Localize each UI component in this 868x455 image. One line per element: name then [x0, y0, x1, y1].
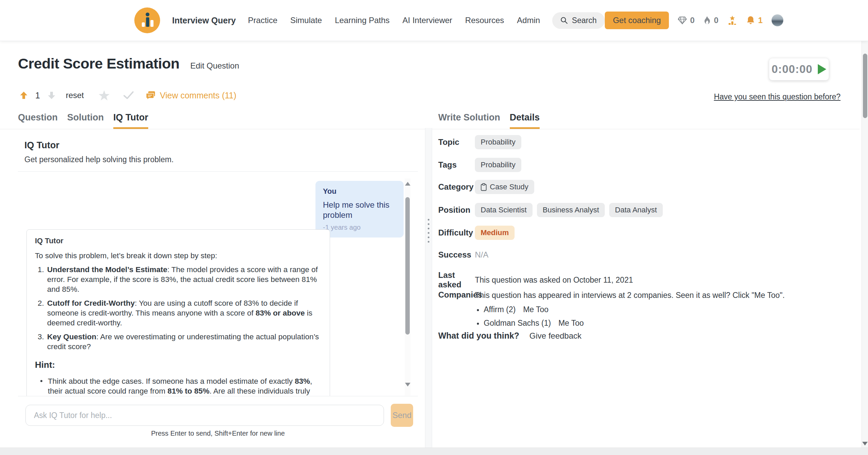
seen-before-link[interactable]: Have you seen this question before?: [714, 92, 841, 101]
top-navbar: Interview Query PracticeSimulateLearning…: [0, 0, 868, 41]
vote-count: 1: [35, 91, 40, 100]
detail-row-companies: Companies This question has appeared in …: [438, 290, 862, 328]
send-button[interactable]: Send: [391, 404, 413, 427]
tutor-message-card: IQ Tutor To solve this problem, let’s br…: [26, 229, 330, 396]
leaderboard-item[interactable]: [727, 15, 737, 25]
position-label: Position: [438, 205, 475, 215]
success-value: N/A: [475, 250, 488, 260]
position-chip-business-analyst[interactable]: Business Analyst: [537, 203, 605, 217]
feedback-label: What did you think?: [438, 331, 519, 341]
horizontal-scrollbar-track: [0, 448, 868, 455]
search-label: Search: [572, 16, 597, 25]
tab-solution[interactable]: Solution: [67, 112, 104, 129]
me-too-button[interactable]: Me Too: [558, 319, 584, 328]
left-tab-bar: QuestionSolutionIQ Tutor: [18, 112, 148, 129]
view-comments-label: View comments (11): [160, 91, 236, 100]
tab-iq-tutor[interactable]: IQ Tutor: [113, 112, 148, 129]
nav-link-learning-paths[interactable]: Learning Paths: [335, 16, 389, 25]
topic-chip-probability[interactable]: Probability: [475, 135, 521, 149]
company-item-goldman-sachs-1: Goldman Sachs (1)Me Too: [475, 319, 862, 328]
play-timer-button[interactable]: [818, 64, 826, 74]
detail-row-feedback: What did you think? Give feedback: [438, 331, 581, 341]
nav-link-practice[interactable]: Practice: [248, 16, 277, 25]
category-label: Category: [438, 182, 475, 192]
downvote-button[interactable]: [47, 91, 56, 100]
category-chip-label: Case Study: [490, 183, 528, 191]
upvote-button[interactable]: [19, 91, 28, 100]
reset-button[interactable]: reset: [66, 91, 84, 100]
position-chip-data-analyst[interactable]: Data Analyst: [609, 203, 663, 217]
iq-tutor-subheading: Get personalized help solving this probl…: [24, 155, 174, 164]
page-scrollbar-thumb[interactable]: [863, 54, 867, 118]
nav-link-admin[interactable]: Admin: [517, 16, 540, 25]
position-chip-data-scientist[interactable]: Data Scientist: [475, 203, 533, 217]
user-message-text: Help me solve this problem: [323, 200, 396, 220]
detail-row-last-asked: Last asked This question was asked on Oc…: [438, 270, 633, 289]
leaderboard-star-icon: [727, 15, 737, 25]
input-hint-text: Press Enter to send, Shift+Enter for new…: [18, 430, 418, 437]
comments-icon: [146, 91, 156, 100]
panel-resize-handle[interactable]: [425, 128, 432, 455]
give-feedback-link[interactable]: Give feedback: [529, 331, 581, 341]
logo-glyph-icon: [134, 7, 160, 33]
hint-heading: Hint:: [35, 360, 321, 370]
ask-tutor-input[interactable]: [25, 405, 384, 426]
company-name: Goldman Sachs (1): [484, 319, 551, 328]
timer-value: 0:00:00: [772, 63, 813, 76]
user-message-timestamp: -1 years ago: [323, 224, 396, 231]
difficulty-chip[interactable]: Medium: [475, 226, 515, 240]
companies-label: Companies: [438, 290, 475, 300]
bookmark-star-button[interactable]: [98, 90, 110, 101]
diamond-count: 0: [690, 16, 694, 25]
difficulty-label: Difficulty: [438, 228, 475, 238]
detail-row-success: Success N/A: [438, 250, 488, 260]
right-tab-divider: [432, 129, 860, 129]
iq-tutor-heading: IQ Tutor: [24, 140, 59, 151]
brand-name[interactable]: Interview Query: [172, 16, 236, 25]
timer-card: 0:00:00: [769, 58, 829, 80]
diamond-icon: [678, 16, 687, 24]
nav-link-ai-interviewer[interactable]: AI Interviewer: [403, 16, 452, 25]
tutor-steps-list: Understand the Model’s Estimate: The mod…: [35, 265, 321, 352]
topic-label: Topic: [438, 137, 475, 147]
tutor-message-sender: IQ Tutor: [35, 236, 321, 245]
edit-question-link[interactable]: Edit Question: [190, 61, 239, 71]
tab-details[interactable]: Details: [510, 112, 540, 129]
companies-intro: This question has appeared in interviews…: [475, 290, 862, 300]
nav-link-resources[interactable]: Resources: [465, 16, 504, 25]
tab-question[interactable]: Question: [18, 112, 58, 129]
left-tab-divider: [0, 129, 425, 129]
mark-complete-check-button[interactable]: [123, 91, 134, 100]
companies-list: Affirm (2)Me TooGoldman Sachs (1)Me Too: [475, 305, 862, 328]
streak-counter[interactable]: 0: [703, 16, 718, 25]
tutor-hints-list: Think about the edge cases. If someone h…: [35, 376, 321, 396]
user-avatar[interactable]: [771, 14, 784, 26]
view-comments-link[interactable]: View comments (11): [146, 91, 236, 100]
tutor-step: Cutoff for Credit-Worthy: You are using …: [46, 298, 321, 328]
nav-link-simulate[interactable]: Simulate: [290, 16, 322, 25]
last-asked-value: This question was asked on October 11, 2…: [475, 276, 633, 285]
diamond-counter[interactable]: 0: [678, 16, 694, 25]
tutor-hint: Think about the edge cases. If someone h…: [40, 376, 321, 396]
detail-row-tags: Tags Probability: [438, 158, 521, 172]
tags-chip-probability[interactable]: Probability: [475, 158, 521, 172]
tab-write-solution[interactable]: Write Solution: [438, 112, 500, 129]
chat-scrollbar: [405, 178, 410, 396]
flame-icon: [703, 16, 711, 25]
user-message-sender: You: [323, 187, 396, 196]
detail-row-difficulty: Difficulty Medium: [438, 226, 515, 240]
tags-label: Tags: [438, 160, 475, 170]
me-too-button[interactable]: Me Too: [523, 305, 548, 314]
get-coaching-button[interactable]: Get coaching: [605, 12, 669, 29]
search-button[interactable]: Search: [552, 12, 605, 29]
company-name: Affirm (2): [484, 305, 516, 314]
scroll-down-arrow-icon[interactable]: [405, 383, 410, 386]
chat-area: You Help me solve this problem -1 years …: [18, 171, 418, 396]
notifications-item[interactable]: 1: [746, 16, 763, 25]
category-chip-case-study[interactable]: Case Study: [475, 180, 534, 194]
interview-query-logo-icon[interactable]: [134, 7, 160, 33]
bell-icon: [746, 16, 755, 25]
page-scroll-down-arrow-icon[interactable]: [862, 442, 868, 445]
chat-scrollbar-thumb[interactable]: [405, 197, 410, 335]
scroll-up-arrow-icon[interactable]: [405, 182, 410, 186]
